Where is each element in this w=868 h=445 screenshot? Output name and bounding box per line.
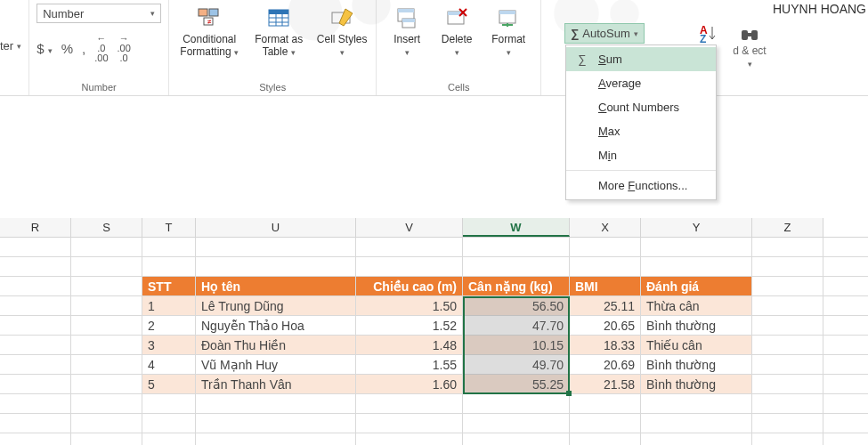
menu-item-count[interactable]: Count Numbers <box>566 95 716 119</box>
col-header-U[interactable]: U <box>196 218 356 237</box>
autosum-menu: ∑ Sum Average Count Numbers Max Min More… <box>565 44 717 200</box>
cell-styles-icon <box>328 4 356 32</box>
th-stt: STT <box>142 277 196 295</box>
table-row[interactable]: 2 Nguyễn Thảo Hoa 1.52 47.70 20.65 Bình … <box>0 316 868 336</box>
col-header-S[interactable]: S <box>71 218 142 237</box>
binoculars-icon <box>739 23 760 44</box>
chevron-down-icon: ▾ <box>634 29 638 38</box>
autosum-button[interactable]: ∑ AutoSum ▾ <box>564 23 645 44</box>
col-header-V[interactable]: V <box>356 218 463 237</box>
table-header-row[interactable]: STT Họ tên Chiều cao (m) Cân nặng (kg) B… <box>0 277 868 296</box>
menu-item-average[interactable]: Average <box>566 71 716 95</box>
insert-cells-icon <box>393 4 421 32</box>
table-row[interactable]: 1 Lê Trung Dũng 1.50 56.50 25.11 Thừa câ… <box>0 296 868 316</box>
th-weight: Cân nặng (kg) <box>463 277 570 295</box>
svg-rect-29 <box>748 33 751 36</box>
th-name: Họ tên <box>196 277 356 295</box>
conditional-formatting-button[interactable]: ≠ Conditional Formatting ▾ <box>176 4 242 59</box>
sort-filter-button[interactable]: AZ <box>688 23 729 44</box>
svg-rect-16 <box>398 9 414 12</box>
menu-separator <box>566 170 716 171</box>
menu-item-max[interactable]: Max <box>566 119 716 143</box>
svg-rect-24 <box>499 11 515 14</box>
percent-button[interactable]: % <box>61 41 73 56</box>
group-label-cells: Cells <box>384 80 533 95</box>
conditional-formatting-icon: ≠ <box>195 4 223 32</box>
table-row[interactable]: 3 Đoàn Thu Hiền 1.48 10.15 18.33 Thiếu c… <box>0 336 868 355</box>
group-label-number: Number <box>37 80 161 95</box>
col-header-W[interactable]: W <box>463 218 570 237</box>
th-height: Chiều cao (m) <box>356 277 463 295</box>
format-as-table-button[interactable]: Format as Table ▾ <box>246 4 312 59</box>
format-button[interactable]: Format▾ <box>483 4 533 59</box>
grid-row[interactable] <box>0 238 868 257</box>
grid-row[interactable] <box>0 433 868 445</box>
svg-rect-27 <box>742 30 748 40</box>
menu-item-more-functions[interactable]: More Functions... <box>566 174 716 198</box>
sigma-icon: ∑ <box>575 53 589 66</box>
svg-rect-5 <box>209 9 218 16</box>
th-bmi: BMI <box>570 277 641 295</box>
col-header-X[interactable]: X <box>570 218 641 237</box>
cell-styles-button[interactable]: Cell Styles ▾ <box>315 4 369 59</box>
center-button[interactable]: ter <box>0 39 13 53</box>
grid-rows: STT Họ tên Chiều cao (m) Cân nặng (kg) B… <box>0 238 868 445</box>
svg-text:≠: ≠ <box>207 18 212 26</box>
svg-rect-28 <box>751 30 758 40</box>
table-row[interactable]: 4 Vũ Mạnh Huy 1.55 49.70 20.69 Bình thườ… <box>0 355 868 375</box>
column-headers[interactable]: R S T U V W X Y Z <box>0 218 868 238</box>
format-cells-icon <box>494 4 523 32</box>
chevron-down-icon: ▾ <box>150 9 155 18</box>
worksheet-grid[interactable]: R S T U V W X Y Z STT Họ tên Chiều cao (… <box>0 129 868 445</box>
grid-row[interactable] <box>0 257 868 277</box>
col-header-R[interactable]: R <box>0 218 71 237</box>
col-header-Z[interactable]: Z <box>752 218 823 237</box>
grid-row[interactable] <box>0 414 868 433</box>
sort-az-icon: AZ <box>698 23 719 44</box>
accounting-format-button[interactable]: $ ▾ <box>37 41 53 56</box>
svg-rect-4 <box>199 9 207 16</box>
group-label-styles: Styles <box>176 80 369 95</box>
menu-item-sum[interactable]: ∑ Sum <box>566 47 716 71</box>
th-note: Đánh giá <box>641 277 752 295</box>
find-select-button[interactable]: d & ect ▾ <box>730 23 769 69</box>
svg-rect-9 <box>269 10 288 14</box>
increase-decimal-button[interactable]: ←.0.00 <box>94 34 108 63</box>
menu-item-min[interactable]: Min <box>566 143 716 167</box>
col-header-T[interactable]: T <box>142 218 196 237</box>
decrease-decimal-button[interactable]: →.00.0 <box>118 34 131 63</box>
number-format-select[interactable]: Number ▾ <box>37 4 161 23</box>
sigma-icon: ∑ <box>571 27 579 40</box>
dropdown-arrow-icon: ▾ <box>17 42 21 51</box>
svg-text:Z: Z <box>700 33 706 44</box>
col-header-Y[interactable]: Y <box>641 218 752 237</box>
svg-rect-18 <box>402 19 415 22</box>
delete-cells-icon <box>442 4 471 32</box>
group-label-blank <box>0 80 21 95</box>
table-row[interactable]: 5 Trần Thanh Vân 1.60 55.25 21.58 Bình t… <box>0 375 868 394</box>
grid-row[interactable] <box>0 394 868 414</box>
format-as-table-icon <box>264 4 293 32</box>
insert-button[interactable]: Insert▾ <box>384 4 430 59</box>
delete-button[interactable]: Delete▾ <box>434 4 480 59</box>
comma-style-button[interactable]: , <box>82 41 85 56</box>
